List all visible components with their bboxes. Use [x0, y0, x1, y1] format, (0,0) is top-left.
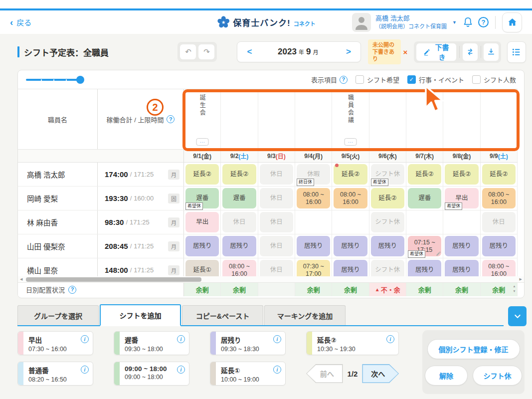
- shift-card[interactable]: 早出07:30 ~ 16:00i: [17, 331, 93, 355]
- shift-cell[interactable]: 延長②: [369, 187, 406, 210]
- help-icon[interactable]: ?: [167, 115, 175, 123]
- event-cell[interactable]: [481, 89, 518, 149]
- shift-cell[interactable]: 08:00 ~ 16:00: [221, 258, 258, 276]
- shift-cell[interactable]: 延長②: [332, 163, 369, 186]
- shift-cell[interactable]: 居残り: [406, 258, 443, 276]
- list-view-button[interactable]: [507, 41, 526, 63]
- user-menu[interactable]: 高橋 浩太郎 （説明会用）コネクト保育園 ▼ ?: [352, 12, 522, 32]
- prev-month-button[interactable]: <: [237, 42, 261, 62]
- shift-cell[interactable]: 居残り: [443, 258, 480, 276]
- shift-card[interactable]: 延長②10:30 ~ 19:30i: [306, 331, 399, 355]
- shift-cell[interactable]: 早出: [184, 210, 221, 234]
- shift-cell[interactable]: 08:00 ~ 16:00: [295, 187, 332, 210]
- shift-cell[interactable]: 遅番: [406, 187, 443, 210]
- tab[interactable]: マーキングを追加: [264, 305, 346, 325]
- shift-cell[interactable]: 休日: [258, 163, 295, 186]
- notifications-bell-button[interactable]: [462, 16, 474, 28]
- next-month-button[interactable]: >: [337, 42, 360, 62]
- shift-card[interactable]: 09:00 ~ 18:0009:00 ~ 18:00i: [114, 362, 189, 386]
- info-icon[interactable]: i: [273, 366, 281, 374]
- checkbox-icon[interactable]: [472, 75, 481, 84]
- status-row-spinner[interactable]: ▲▼: [512, 284, 517, 294]
- undo-button[interactable]: ↶: [180, 44, 196, 59]
- shift-card[interactable]: 延長①10:00 ~ 19:00i: [210, 362, 286, 386]
- shift-cell[interactable]: [332, 210, 369, 234]
- back-button[interactable]: ‹ 戻る: [10, 17, 31, 27]
- shift-cell[interactable]: 休日: [258, 210, 295, 234]
- shift-cell[interactable]: 08:00 ~ 16:00: [481, 258, 518, 276]
- sync-button[interactable]: [463, 43, 477, 61]
- shift-cell[interactable]: 延長①: [184, 258, 221, 276]
- event-more-button[interactable]: …: [344, 138, 356, 146]
- help-button[interactable]: ?: [478, 17, 489, 27]
- shift-cell[interactable]: 休日: [481, 210, 518, 234]
- shift-cell[interactable]: 居残り: [295, 234, 332, 258]
- shift-cell[interactable]: 休日: [221, 210, 258, 234]
- prev-page-button[interactable]: 前へ: [306, 364, 343, 383]
- event-cell[interactable]: [369, 89, 406, 149]
- shift-cell[interactable]: 07:30 ~ 17:00: [295, 258, 332, 276]
- event-cell[interactable]: [258, 89, 295, 149]
- shift-cell[interactable]: 延長②: [221, 163, 258, 186]
- scroll-right-icon[interactable]: ▶: [520, 277, 522, 281]
- shift-rest-button[interactable]: シフト休: [473, 366, 522, 386]
- event-cell[interactable]: [406, 89, 443, 149]
- tab[interactable]: シフトを追加: [100, 304, 181, 326]
- shift-cell[interactable]: 遅番希望休: [184, 187, 221, 210]
- help-icon[interactable]: ?: [68, 286, 76, 294]
- collapse-panel-button[interactable]: [508, 306, 527, 326]
- info-icon[interactable]: i: [177, 335, 185, 343]
- shift-card[interactable]: 遅番09:30 ~ 18:00i: [114, 331, 189, 355]
- info-icon[interactable]: i: [177, 366, 185, 374]
- event-more-button[interactable]: …: [196, 138, 208, 146]
- tab[interactable]: グループを選択: [17, 305, 99, 325]
- display-option[interactable]: シフト希望: [355, 75, 399, 84]
- help-icon[interactable]: ?: [340, 76, 348, 84]
- display-option[interactable]: シフト人数: [472, 75, 516, 84]
- draft-button[interactable]: 下書き: [416, 43, 456, 61]
- shift-cell[interactable]: 休日: [258, 258, 295, 276]
- event-cell[interactable]: 職員会議…: [332, 89, 369, 149]
- shift-cell[interactable]: 07:15 ~ 17:15希望休: [406, 234, 443, 258]
- shift-cell[interactable]: [443, 210, 480, 234]
- shift-cell[interactable]: 居残り: [184, 234, 221, 258]
- shift-cell[interactable]: 居残り: [481, 234, 518, 258]
- shift-cell[interactable]: 居残り: [332, 258, 369, 276]
- checkbox-checked-icon[interactable]: ✓: [407, 75, 416, 84]
- zoom-slider[interactable]: [26, 76, 83, 84]
- shift-cell[interactable]: シフト休: [369, 210, 406, 234]
- scroll-left-icon[interactable]: ◀: [20, 277, 22, 281]
- shift-cell[interactable]: 延長②: [443, 163, 480, 186]
- shift-cell[interactable]: 08:00 ~ 16:00: [332, 187, 369, 210]
- shift-cell[interactable]: 延長②: [406, 163, 443, 186]
- shift-cell[interactable]: 早出希望休: [443, 187, 480, 210]
- home-button[interactable]: [502, 12, 522, 32]
- tab[interactable]: コピー&ペースト: [182, 305, 263, 325]
- shift-cell[interactable]: 08:00 ~ 16:00: [481, 187, 518, 210]
- download-button[interactable]: [484, 43, 498, 61]
- info-icon[interactable]: i: [273, 335, 281, 343]
- shift-cell[interactable]: [295, 210, 332, 234]
- release-button[interactable]: 解除: [425, 366, 468, 386]
- horizontal-scrollbar-thumb[interactable]: [26, 277, 201, 282]
- slider-thumb[interactable]: [76, 76, 84, 84]
- shift-card[interactable]: 普通番08:20 ~ 16:50i: [17, 362, 93, 386]
- event-cell[interactable]: [443, 89, 480, 149]
- shift-cell[interactable]: 休日: [258, 234, 295, 258]
- shift-cell[interactable]: 休暇終日休: [295, 163, 332, 186]
- info-icon[interactable]: i: [81, 335, 89, 343]
- shift-cell[interactable]: 居残り: [369, 234, 406, 258]
- info-icon[interactable]: i: [81, 366, 89, 374]
- event-cell[interactable]: [295, 89, 332, 149]
- shift-cell[interactable]: 居残り: [221, 234, 258, 258]
- shift-cell[interactable]: 居残り: [443, 234, 480, 258]
- shift-cell[interactable]: 休日: [258, 187, 295, 210]
- close-icon[interactable]: ×: [403, 48, 408, 56]
- event-cell[interactable]: 誕生会…: [184, 89, 221, 149]
- info-icon[interactable]: i: [386, 335, 394, 343]
- shift-cell[interactable]: 延長②: [184, 163, 221, 186]
- shift-card[interactable]: 居残り09:30 ~ 18:30i: [210, 331, 286, 355]
- shift-cell[interactable]: シフト休希望休: [369, 163, 406, 186]
- shift-cell[interactable]: [406, 210, 443, 234]
- shift-cell[interactable]: 居残り: [332, 234, 369, 258]
